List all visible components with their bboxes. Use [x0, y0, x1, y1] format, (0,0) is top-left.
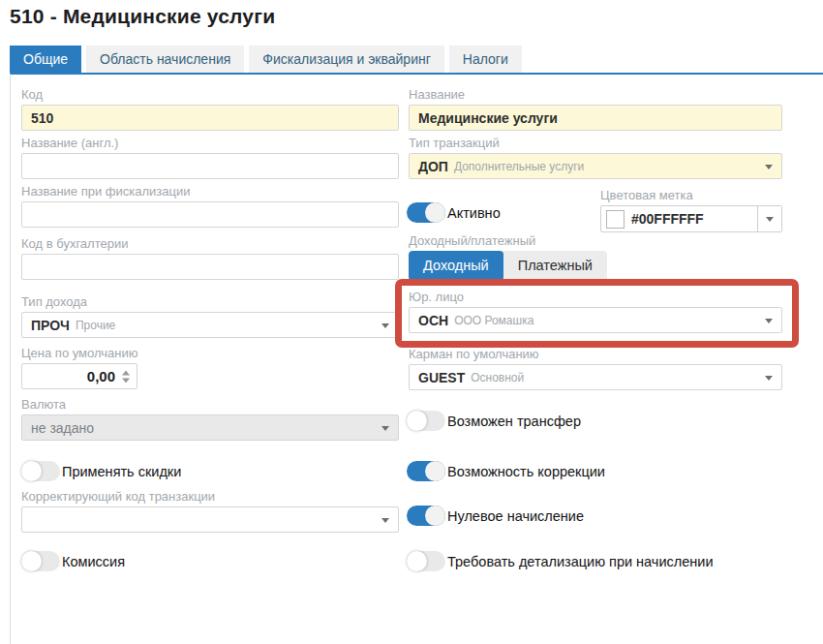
- cvetovaya-metka-label: Цветовая метка: [600, 188, 782, 202]
- tab-nalogi[interactable]: Налоги: [449, 46, 522, 73]
- yur-lico-label: Юр. лицо: [409, 290, 782, 304]
- cvetovaya-metka-picker[interactable]: #00FFFFFF: [600, 205, 782, 232]
- page-title: 510 - Медицинские услуги: [10, 5, 275, 28]
- primenyat-skidki-toggle-row: Применять скидки: [21, 461, 181, 481]
- nazvanie-label: Название: [409, 87, 782, 102]
- selected-description: Основной: [471, 371, 524, 384]
- komissiya-label: Комиссия: [62, 554, 125, 569]
- chevron-down-icon: [766, 217, 774, 222]
- field-cvetovaya-metka: Цветовая метка #00FFFFFF: [600, 188, 782, 232]
- tab-obshchie[interactable]: Общие: [10, 46, 81, 73]
- tab-oblast-nachisleniya[interactable]: Область начисления: [86, 46, 244, 73]
- tip-tranzakcij-label: Тип транзакций: [409, 136, 782, 150]
- tab-fiskalizaciya-i-ekvajring[interactable]: Фискализация и эквайринг: [249, 46, 444, 73]
- chevron-down-icon: [381, 426, 389, 431]
- valyuta-label: Валюта: [21, 397, 399, 412]
- yur-lico-select[interactable]: ОСН ООО Ромашка: [409, 307, 782, 333]
- kod-v-buhgalterii-input[interactable]: [21, 254, 399, 280]
- kod-input[interactable]: [21, 105, 399, 131]
- karman-po-umolchaniyu-label: Карман по умолчанию: [409, 347, 782, 361]
- spinner-up-icon[interactable]: [122, 370, 130, 375]
- field-yur-lico: Юр. лицо ОСН ООО Ромашка: [409, 290, 782, 333]
- field-korrektiruyushchij-kod: Корректирующий код транзакции: [21, 489, 399, 533]
- toggle-knob: [21, 551, 42, 571]
- tip-dohoda-label: Тип дохода: [21, 294, 399, 309]
- nazvanie-input[interactable]: [409, 105, 782, 131]
- tip-dohoda-select[interactable]: ПРОЧ Прочие: [21, 312, 399, 338]
- selected-description: ООО Ромашка: [454, 314, 533, 327]
- primenyat-skidki-label: Применять скидки: [62, 464, 181, 479]
- vozmozhnost-korrekcii-toggle-row: Возможность коррекции: [407, 461, 605, 481]
- trebovat-detalizaciyu-toggle[interactable]: [407, 551, 445, 571]
- nulevoe-nachislenie-toggle-row: Нулевое начисление: [407, 506, 584, 526]
- nulevoe-nachislenie-toggle[interactable]: [407, 506, 445, 526]
- selected-code: ОСН: [418, 313, 448, 328]
- selected-description: Прочие: [76, 319, 115, 332]
- selected-code: ДОП: [418, 159, 448, 174]
- chevron-down-icon: [765, 319, 773, 323]
- field-tip-tranzakcij: Тип транзакций ДОП Дополнительные услуги: [409, 136, 782, 179]
- kod-label: Код: [21, 87, 399, 102]
- field-cena-po-umolchaniyu: Цена по умолчанию 0,00: [21, 346, 399, 389]
- platezhnyj-button[interactable]: Платежный: [503, 251, 607, 281]
- number-stepper: [122, 370, 130, 383]
- komissiya-toggle-row: Комиссия: [21, 551, 125, 571]
- korrektiruyushchij-kod-label: Корректирующий код транзакции: [21, 489, 399, 504]
- nazvanie-pri-fiskalizacii-label: Название при фискализации: [21, 184, 399, 199]
- chevron-down-icon: [381, 323, 389, 328]
- tab-bar: Общие Область начисления Фискализация и …: [10, 46, 522, 73]
- toggle-knob: [21, 461, 42, 481]
- tip-tranzakcij-select[interactable]: ДОП Дополнительные услуги: [409, 153, 782, 179]
- trebovat-detalizaciyu-toggle-row: Требовать детализацию при начислении: [407, 551, 714, 571]
- vozmozhen-transfer-toggle-row: Возможен трансфер: [407, 411, 581, 431]
- trebovat-detalizaciyu-label: Требовать детализацию при начислении: [447, 554, 714, 569]
- spinner-down-icon[interactable]: [122, 378, 130, 383]
- field-kod-v-buhgalterii: Код в бухгалтерии: [21, 236, 399, 280]
- field-tip-dohoda: Тип дохода ПРОЧ Прочие: [21, 294, 399, 338]
- dohodnyj-button[interactable]: Доходный: [409, 251, 503, 281]
- dohodnyj-platezhnyj-label: Доходный/платежный: [409, 233, 782, 248]
- toggle-knob: [425, 461, 445, 481]
- chevron-down-icon: [381, 518, 389, 523]
- color-picker-dropdown-button[interactable]: [757, 206, 781, 231]
- field-dohodnyj-platezhnyj: Доходный/платежный Доходный Платежный: [409, 233, 782, 281]
- vozmozhen-transfer-toggle[interactable]: [407, 411, 445, 431]
- toggle-knob: [407, 551, 427, 571]
- chevron-down-icon: [765, 165, 773, 169]
- cena-po-umolchaniyu-input[interactable]: 0,00: [21, 363, 137, 389]
- nulevoe-nachislenie-label: Нулевое начисление: [447, 508, 584, 524]
- toggle-knob: [425, 202, 445, 223]
- primenyat-skidki-toggle[interactable]: [21, 461, 60, 481]
- karman-po-umolchaniyu-select[interactable]: GUEST Основной: [409, 364, 782, 390]
- selected-description: Дополнительные услуги: [454, 160, 584, 173]
- vozmozhnost-korrekcii-toggle[interactable]: [407, 461, 445, 481]
- toggle-knob: [425, 506, 445, 526]
- nazvanie-angl-input[interactable]: [21, 153, 399, 179]
- price-value: 0,00: [87, 368, 115, 384]
- toggle-knob: [407, 411, 427, 431]
- selected-code: GUEST: [418, 370, 465, 385]
- komissiya-toggle[interactable]: [21, 551, 60, 571]
- field-kod: Код: [21, 87, 399, 131]
- chevron-down-icon: [765, 376, 773, 381]
- aktivno-toggle-row: Активно: [407, 202, 501, 223]
- field-nazvanie: Название: [409, 87, 782, 131]
- cena-po-umolchaniyu-label: Цена по умолчанию: [21, 346, 399, 360]
- dohodnyj-platezhnyj-segmented-control: Доходный Платежный: [409, 251, 607, 281]
- transaction-code-settings-page: 510 - Медицинские услуги Общие Область н…: [0, 0, 823, 644]
- valyuta-select: не задано: [21, 414, 399, 441]
- korrektiruyushchij-kod-select[interactable]: [21, 506, 399, 533]
- field-karman-po-umolchaniyu: Карман по умолчанию GUEST Основной: [409, 347, 782, 390]
- aktivno-label: Активно: [447, 205, 501, 221]
- field-nazvanie-angl: Название (англ.): [21, 136, 399, 179]
- color-hex-value: #00FFFFFF: [631, 211, 704, 227]
- field-nazvanie-pri-fiskalizacii: Название при фискализации: [21, 184, 399, 228]
- aktivno-toggle[interactable]: [407, 202, 445, 223]
- field-valyuta: Валюта не задано: [21, 397, 399, 441]
- nazvanie-angl-label: Название (англ.): [21, 136, 399, 150]
- selected-code: ПРОЧ: [31, 318, 70, 333]
- nazvanie-pri-fiskalizacii-input[interactable]: [21, 201, 399, 228]
- color-swatch: [606, 210, 625, 229]
- kod-v-buhgalterii-label: Код в бухгалтерии: [21, 236, 399, 251]
- vozmozhnost-korrekcii-label: Возможность коррекции: [447, 464, 605, 479]
